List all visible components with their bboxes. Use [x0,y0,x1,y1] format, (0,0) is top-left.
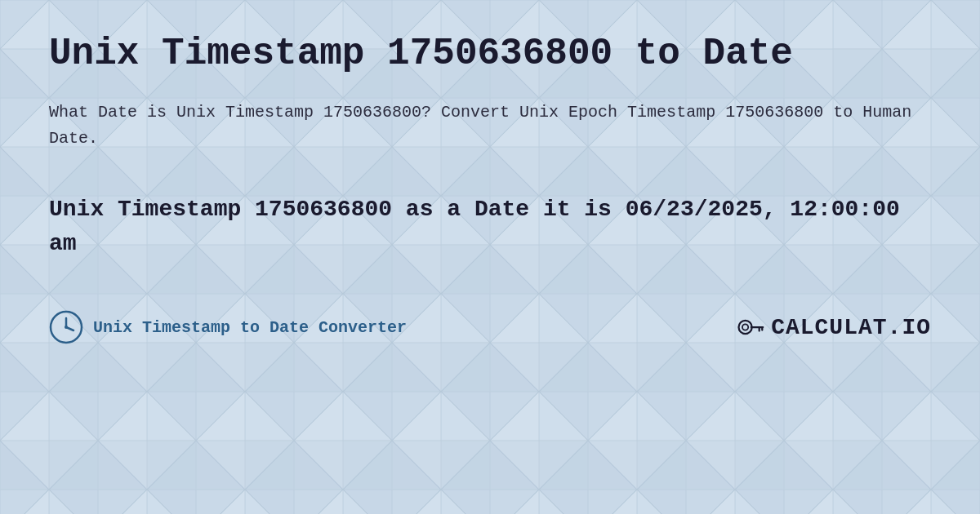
page-title: Unix Timestamp 1750636800 to Date [49,33,931,75]
svg-point-14 [739,321,752,334]
result-text: Unix Timestamp 1750636800 as a Date it i… [49,193,931,261]
svg-point-15 [742,324,748,330]
svg-point-13 [65,326,68,329]
page-description: What Date is Unix Timestamp 1750636800? … [49,100,931,152]
footer-label: Unix Timestamp to Date Converter [93,318,407,337]
clock-icon [49,310,83,344]
logo-icon [735,312,764,342]
logo-text: CALCULAT.IO [771,315,931,340]
logo-area: CALCULAT.IO [735,312,931,342]
footer-left: Unix Timestamp to Date Converter [49,310,407,344]
footer: Unix Timestamp to Date Converter CALCULA… [49,310,931,344]
